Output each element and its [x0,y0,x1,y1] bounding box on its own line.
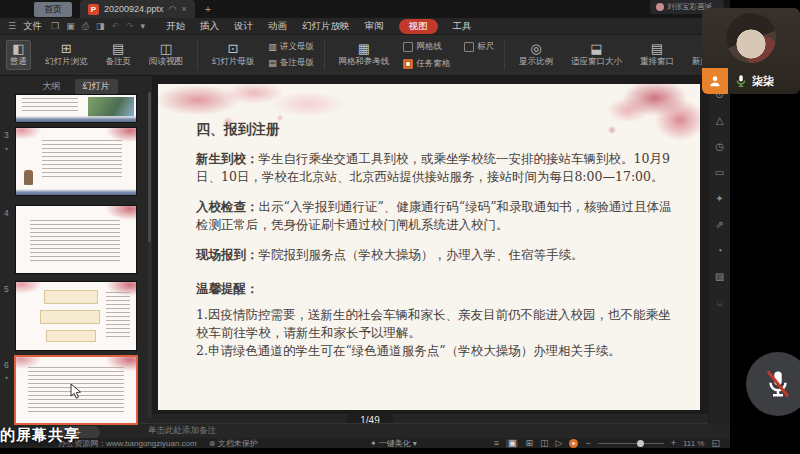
profile-person-icon[interactable] [702,68,728,94]
thumbnail-scrollbar[interactable] [148,92,151,418]
current-slide-canvas[interactable]: 四、报到注册 新生到校：学生自行乘坐交通工具到校，或乘坐学校统一安排的接站车辆到… [158,84,700,410]
doc-protect-status[interactable]: ⊗ 文档未保护 [209,438,258,449]
share-icon[interactable]: ⇗ [715,220,723,230]
hamburger-menu-icon[interactable]: ☰ [8,22,16,31]
gridlines-checkbox[interactable]: 网格线 [403,41,450,53]
slide-thumbnail-5[interactable] [16,282,136,350]
thumb3-floral-decoration [16,128,42,140]
view-checkboxes: 网格线 标尺 任务窗格 [403,41,494,70]
document-title: 20200924.pptx [104,4,164,14]
redo-icon[interactable]: ↷ [126,22,134,31]
task-pane-checkbox[interactable]: 任务窗格 [403,58,450,70]
paragraph-text: 学院报到服务点（学校大操场），办理入学、住宿等手续。 [259,247,584,262]
arrange-windows-button[interactable]: ▤ 重排窗口 [636,40,678,70]
slide-master-icon: ⊡ [227,42,238,55]
status-slide-sorter-icon[interactable]: ⊞ [525,439,533,448]
zoom-out-button[interactable]: − [585,439,590,448]
grid-guides-label: 网格和参考线 [338,56,389,68]
thumbnail-scrollbar-thumb[interactable] [148,92,151,242]
slide-thumbnail-3[interactable] [16,128,136,195]
open-icon[interactable]: ❒ [51,22,59,31]
quickbar-caret-icon[interactable]: ▾ [140,22,145,31]
mute-microphone-button[interactable] [746,352,800,416]
slide-thumbnail-4[interactable] [16,206,136,273]
home-tab[interactable]: 首页 [34,2,72,17]
microphone-muted-icon [763,369,793,399]
thumb3-grass-decoration [16,189,136,195]
grid-guides-button[interactable]: ▦ 网格和参考线 [334,40,393,70]
ribbon-separator [197,40,198,70]
status-notes-icon[interactable]: ≡ [494,439,499,448]
fit-window-button[interactable]: ⬓ 适应窗口大小 [567,40,626,70]
participant-video-tile[interactable]: 柒柒 [702,8,800,94]
zoom-in-button[interactable]: + [671,439,676,448]
favorite-icon[interactable]: ✦ [715,194,723,204]
menu-tools[interactable]: 工具 [453,20,472,33]
image-library-icon[interactable]: ▨ [715,272,724,282]
fit-to-window-icon[interactable]: ◱ [711,439,720,448]
notes-page-button[interactable]: ▤ 备注页 [102,40,136,70]
zoom-scale-button[interactable]: ◎ 显示比例 [515,40,557,70]
clock-icon[interactable]: ◔ [716,246,722,256]
status-slideshow-icon[interactable]: ▷ [556,439,563,448]
statusbar-right: ✦ 一键美化 ▾ ≡ ▣ ⊞ ◫ ▷ ▸ − + 111 % ◱ [370,438,720,449]
normal-view-button[interactable]: ◧ 普通 [6,40,31,70]
thumb5-flow-box [46,330,96,342]
animation-star-icon: ✦ [4,145,9,152]
tab-outline[interactable]: 大纲 [35,79,69,94]
history-icon[interactable]: ◷ [715,142,724,152]
menu-slideshow[interactable]: 幻灯片放映 [302,20,350,33]
beautify-label: 一键美化 [379,438,411,449]
handout-master-button[interactable]: ▥ 讲义母版 [268,41,314,53]
save-icon[interactable]: ▣ [66,22,75,31]
menu-insert[interactable]: 插入 [200,20,219,33]
tab-slides[interactable]: 幻灯片 [75,79,118,94]
print-preview-icon[interactable]: ◨ [96,22,105,31]
comment-icon[interactable]: ▭ [715,168,724,178]
reading-view-button[interactable]: ◫ 阅读视图 [145,40,187,70]
play-from-current-icon[interactable]: ▸ [569,439,578,448]
beautify-caret-icon: ▾ [413,439,417,448]
new-tab-button[interactable]: + [205,3,211,15]
close-tab-icon[interactable]: × [181,5,186,14]
paragraph-label: 现场报到： [196,247,259,262]
upload-icon[interactable]: △ [716,116,724,126]
zoom-slider-knob[interactable] [637,440,644,447]
protect-label: 文档未保护 [218,439,258,448]
zoom-percentage[interactable]: 111 % [683,439,705,448]
file-menu[interactable]: 文件 [23,20,42,33]
paragraph-label: 入校检查： [196,199,259,214]
reminder-title: 温馨提醒： [196,280,672,298]
notes-placeholder: 单击此处添加备注 [148,425,216,437]
menu-view[interactable]: 视图 [399,19,438,34]
menu-start[interactable]: 开始 [166,20,185,33]
slide-thumbnail-2[interactable] [16,95,136,122]
menu-animation[interactable]: 动画 [268,20,287,33]
notes-pane[interactable]: 单击此处添加备注 [140,423,708,438]
slide-master-button[interactable]: ⊡ 幻灯片母版 [208,40,259,70]
menu-items: 开始 插入 设计 动画 幻灯片放映 审阅 视图 工具 [166,19,472,34]
zoom-slider[interactable] [598,443,664,444]
cloud-sync-icon[interactable]: ◠ [169,5,177,14]
slide-paragraph-onsite: 现场报到：学院报到服务点（学校大操场），办理入学、住宿等手续。 [196,246,672,264]
status-reading-view-icon[interactable]: ◫ [540,439,549,448]
status-normal-view-icon[interactable]: ▣ [506,439,519,448]
menu-design[interactable]: 设计 [234,20,253,33]
print-icon[interactable]: ⎙ [82,22,89,31]
undo-icon[interactable]: ↶ [111,22,119,31]
thumb5-flow-box [40,310,100,324]
statusbar-left: 办公资源网：www.bangongziyuan.com ⊗ 文档未保护 [58,438,258,449]
gridlines-checkbox-box [403,42,413,52]
ruler-checkbox[interactable]: 标尺 [464,41,494,53]
slide-sorter-button[interactable]: ⊞ 幻灯片浏览 [41,40,92,70]
emoji-icon[interactable]: ☺ [714,298,724,308]
ppt-file-icon: P [88,4,99,15]
notes-master-button[interactable]: ▤ 备注母版 [268,57,314,69]
task-pane-checkbox-box [403,59,413,69]
document-tab[interactable]: P 20200924.pptx ◠ × [80,0,195,18]
slide-text-block[interactable]: 四、报到注册 新生到校：学生自行乘坐交通工具到校，或乘坐学校统一安排的接站车辆到… [196,120,672,360]
beautify-button[interactable]: ✦ 一键美化 ▾ [370,438,417,449]
slide-number-5: 5 [4,284,9,294]
slide-thumbnail-panel: 大纲 幻灯片 3 ✦ 4 5 [0,76,152,424]
menu-review[interactable]: 审阅 [365,20,384,33]
